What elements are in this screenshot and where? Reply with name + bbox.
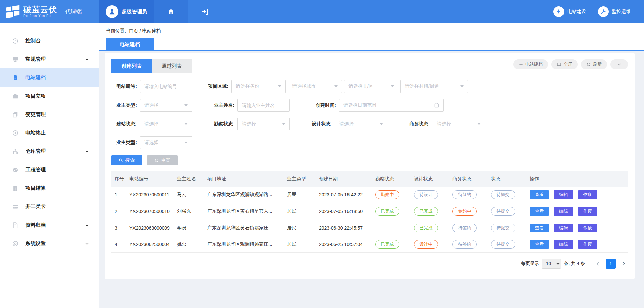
col-actions: 操作 bbox=[526, 171, 628, 187]
owner-type2-select[interactable]: 请选择 bbox=[140, 136, 192, 149]
sidebar-item-general-mgmt[interactable]: 常规管理 bbox=[0, 50, 99, 68]
fullscreen-label: 全屏 bbox=[564, 61, 572, 67]
sidebar-item-warehouse-mgmt[interactable]: 仓库管理 bbox=[0, 142, 99, 161]
owner-type2-label: 业主类型: bbox=[111, 140, 137, 146]
caret-down-icon bbox=[391, 85, 394, 87]
station-code-input[interactable] bbox=[144, 84, 188, 89]
village-placeholder: 请选择村镇/街道 bbox=[405, 83, 439, 89]
filter-owner-type: 业主类型: 请选择 bbox=[111, 99, 192, 112]
per-page-select[interactable]: 10 bbox=[542, 259, 561, 269]
filter-business-status: 商务状态: 请选择 bbox=[404, 118, 485, 130]
survey-status-select[interactable]: 请选择 bbox=[237, 118, 290, 130]
nav-station-build[interactable]: 电站建设 bbox=[553, 6, 586, 17]
refresh-button[interactable]: 刷新 bbox=[581, 59, 607, 69]
status-badge: 待提交 bbox=[491, 207, 515, 216]
chevron-right-icon bbox=[621, 261, 626, 266]
sidebar-item-station-terminate[interactable]: 电站终止 bbox=[0, 124, 99, 142]
design-status-select[interactable]: 请选择 bbox=[335, 118, 387, 130]
edit-button[interactable]: 编辑 bbox=[554, 207, 573, 216]
cell-code: YX2023070500010 bbox=[126, 203, 174, 220]
plus-icon bbox=[519, 62, 523, 67]
edit-button[interactable]: 编辑 bbox=[554, 240, 573, 249]
void-button[interactable]: 作废 bbox=[578, 240, 597, 249]
owner-type-select[interactable]: 请选择 bbox=[140, 99, 192, 112]
business-status-label: 商务状态: bbox=[404, 121, 430, 127]
edit-button[interactable]: 编辑 bbox=[554, 224, 573, 232]
tab-passed-list[interactable]: 通过列表 bbox=[152, 59, 192, 73]
void-button[interactable]: 作废 bbox=[578, 190, 597, 199]
sidebar-item-engineering-mgmt[interactable]: 工程管理 bbox=[0, 161, 99, 179]
view-button[interactable]: 查看 bbox=[530, 190, 549, 199]
survey-status-label: 勘察状态: bbox=[209, 121, 234, 127]
cell-address: 广东深圳龙华区观澜镇姚家庄... bbox=[204, 236, 284, 252]
view-button[interactable]: 查看 bbox=[530, 240, 549, 249]
owner-name-input[interactable] bbox=[242, 103, 285, 108]
cell-no: 4 bbox=[111, 236, 126, 252]
date-range-picker[interactable]: 请选择日期范围 bbox=[339, 99, 444, 112]
current-page[interactable]: 1 bbox=[606, 259, 616, 269]
brand-subtitle: Po Jian Yun Fu bbox=[23, 14, 57, 18]
caret-down-icon bbox=[477, 123, 481, 125]
copy-icon bbox=[12, 111, 19, 118]
breadcrumb-label: 当前位置: bbox=[106, 28, 126, 34]
search-button[interactable]: 搜索 bbox=[111, 155, 142, 165]
reset-button[interactable]: 重置 bbox=[147, 155, 178, 165]
province-select[interactable]: 请选择省份 bbox=[231, 80, 286, 93]
province-placeholder: 请选择省份 bbox=[236, 83, 259, 89]
sidebar: 控制台 常规管理 电站建档 项目立项 变更管理 bbox=[0, 23, 99, 308]
filter-owner-name: 业主姓名: bbox=[209, 99, 290, 112]
cell-owner-type: 居民 bbox=[284, 203, 316, 220]
build-status-label: 建站状态: bbox=[111, 121, 137, 127]
sidebar-item-project-initiation[interactable]: 项目立项 bbox=[0, 87, 99, 105]
home-button[interactable] bbox=[154, 0, 188, 23]
sidebar-item-class2-card[interactable]: 开二类卡 bbox=[0, 197, 99, 216]
caret-down-icon bbox=[460, 85, 464, 87]
business-status-badge: 待签约 bbox=[452, 240, 477, 249]
user-icon bbox=[108, 8, 116, 15]
nav-monitor-ops-label: 监控运维 bbox=[612, 9, 631, 15]
edit-button[interactable]: 编辑 bbox=[554, 190, 573, 199]
prev-page-button[interactable] bbox=[594, 259, 602, 268]
county-select[interactable]: 请选择县/区 bbox=[344, 80, 398, 93]
next-page-button[interactable] bbox=[619, 259, 628, 268]
void-button[interactable]: 作废 bbox=[578, 207, 597, 216]
view-button[interactable]: 查看 bbox=[530, 224, 549, 232]
sidebar-item-station-archive[interactable]: 电站建档 bbox=[0, 68, 99, 87]
fullscreen-button[interactable]: 全屏 bbox=[551, 59, 578, 69]
table-header-row: 序号 电站编号 业主姓名 项目地址 业主类型 创建日期 勘察状态 设计状态 商务… bbox=[111, 171, 628, 187]
create-station-button[interactable]: 电站建档 bbox=[513, 59, 548, 69]
build-status-select[interactable]: 请选择 bbox=[140, 118, 192, 130]
collapse-toolbar-button[interactable] bbox=[610, 59, 628, 69]
design-status-badge: 已完成 bbox=[414, 224, 438, 232]
card-icon bbox=[12, 203, 19, 210]
tab-create-list[interactable]: 创建列表 bbox=[111, 59, 152, 73]
filter-row-2: 业主类型: 请选择 业主姓名: 创建时间: bbox=[111, 99, 628, 112]
table-row: 1 YX2023070500011 马云 广东深圳龙华区观澜镇观湖路... 居民… bbox=[111, 187, 628, 203]
refresh-label: 刷新 bbox=[593, 61, 602, 67]
search-icon bbox=[119, 158, 123, 163]
nav-monitor-ops[interactable]: 监控运维 bbox=[598, 6, 631, 17]
village-select[interactable]: 请选择村镇/街道 bbox=[400, 80, 468, 93]
calendar-icon bbox=[434, 103, 439, 108]
sidebar-item-project-settlement[interactable]: 项目结算 bbox=[0, 179, 99, 197]
view-button[interactable]: 查看 bbox=[530, 207, 549, 216]
page-tab-station-archive[interactable]: 电站建档 bbox=[106, 38, 154, 51]
sidebar-item-data-archive[interactable]: 资料归档 bbox=[0, 216, 99, 234]
breadcrumb-path[interactable]: 首页 / 电站建档 bbox=[129, 28, 161, 34]
city-select[interactable]: 请选择城市 bbox=[288, 80, 342, 93]
calculator-icon bbox=[12, 185, 19, 192]
filter-survey-status: 勘察状态: 请选择 bbox=[209, 118, 290, 130]
search-actions: 搜索 重置 bbox=[111, 155, 628, 165]
logout-button[interactable] bbox=[188, 0, 222, 23]
user-menu[interactable]: 超级管理员 bbox=[99, 0, 154, 23]
survey-status-placeholder: 请选择 bbox=[242, 121, 256, 127]
design-status-badge: 已完成 bbox=[414, 207, 438, 216]
owner-type-label: 业主类型: bbox=[111, 102, 137, 108]
sidebar-item-system-settings[interactable]: 系统设置 bbox=[0, 234, 99, 253]
void-button[interactable]: 作废 bbox=[578, 224, 597, 232]
sidebar-item-console[interactable]: 控制台 bbox=[0, 32, 99, 50]
sidebar-item-change-mgmt[interactable]: 变更管理 bbox=[0, 105, 99, 124]
col-no: 序号 bbox=[111, 171, 126, 187]
sidebar-item-label: 仓库管理 bbox=[25, 148, 46, 155]
business-status-select[interactable]: 请选择 bbox=[433, 118, 485, 130]
